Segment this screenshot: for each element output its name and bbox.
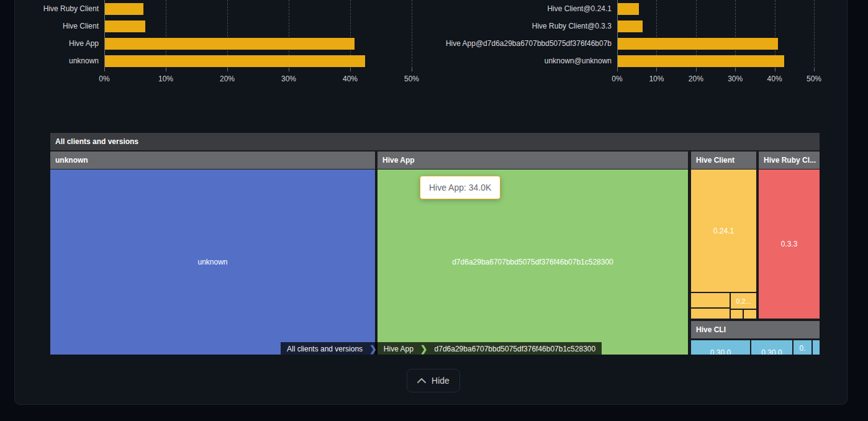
axis-tick xyxy=(412,68,412,71)
x-axis-tick-label: 20% xyxy=(207,75,247,83)
bar[interactable] xyxy=(105,20,145,32)
category-label: Hive Client xyxy=(0,22,99,31)
axis-tick xyxy=(775,68,775,71)
treemap-cell-label: 0.30.0 xyxy=(691,348,750,355)
bar[interactable] xyxy=(618,38,778,50)
treemap-cell-label: unknown xyxy=(197,258,227,266)
category-label: Hive Ruby Client@0.3.3 xyxy=(425,22,612,31)
x-axis-tick-label: 0% xyxy=(84,75,124,83)
axis-tick xyxy=(696,68,697,71)
treemap-cell-label: 0.24.1 xyxy=(713,227,734,235)
treemap-cell-hive-cli-version[interactable] xyxy=(813,340,820,355)
category-label: Hive App xyxy=(0,39,99,48)
treemap-cell-hive-client-0-24-1[interactable]: 0.24.1 xyxy=(691,170,756,292)
axis-tick xyxy=(289,68,289,71)
treemap-cell-label: 0. xyxy=(793,344,811,353)
treemap-cell-label: 0.30.0 xyxy=(751,348,792,355)
x-axis-tick-label: 20% xyxy=(676,75,716,83)
x-axis-tick-label: 30% xyxy=(269,75,309,83)
axis-tick xyxy=(166,68,166,71)
axis-tick xyxy=(735,68,736,71)
axis-tick xyxy=(814,68,815,71)
hide-button[interactable]: Hide xyxy=(407,369,460,392)
x-axis-tick-label: 50% xyxy=(392,75,432,83)
treemap-section-header-hive-ruby-client[interactable]: Hive Ruby Cl... xyxy=(759,152,820,169)
x-axis-tick-label: 10% xyxy=(146,75,186,83)
x-axis-tick-label: 0% xyxy=(597,75,637,83)
treemap-breadcrumb: All clients and versions ❯ Hive App ❯ d7… xyxy=(281,342,602,355)
gridline xyxy=(412,0,412,68)
category-label: unknown xyxy=(0,57,99,66)
bar[interactable] xyxy=(105,38,355,50)
treemap-cell-label: d7d6a29ba6707bbd5075df376f46b07b1c528300 xyxy=(452,258,613,266)
axis-tick xyxy=(656,68,657,71)
treemap-section-header-hive-cli[interactable]: Hive CLI xyxy=(691,321,820,338)
treemap-section-header-unknown[interactable]: unknown xyxy=(50,152,375,169)
bar[interactable] xyxy=(618,55,784,67)
treemap-cell-hive-cli-version[interactable]: 0. xyxy=(793,340,811,355)
x-axis-tick-label: 40% xyxy=(330,75,370,83)
chart-tooltip: Hive App: 34.0K xyxy=(420,176,500,199)
treemap-cell-hive-client-small[interactable] xyxy=(691,309,730,319)
chevron-up-icon xyxy=(417,378,426,383)
treemap-cell-hive-ruby-0-3-3[interactable]: 0.3.3 xyxy=(759,170,820,319)
chevron-right-icon: ❯ xyxy=(420,342,428,355)
treemap-cell-unknown[interactable]: unknown xyxy=(50,170,375,355)
category-label: unknown@unknown xyxy=(425,57,612,66)
treemap-cell-label: 0.3.3 xyxy=(781,240,798,248)
bar[interactable] xyxy=(105,3,143,15)
gridline xyxy=(814,0,815,68)
treemap-cell-hive-client-small[interactable] xyxy=(731,310,743,319)
treemap-section-header-hive-app[interactable]: Hive App xyxy=(377,152,688,169)
breadcrumb-item-hive-app[interactable]: Hive App xyxy=(377,342,420,355)
bar[interactable] xyxy=(618,3,639,15)
category-label: Hive App@d7d6a29ba6707bbd5075df376f46b07… xyxy=(425,39,612,48)
category-label: Hive Client@0.24.1 xyxy=(425,4,612,14)
bar[interactable] xyxy=(618,20,643,32)
chevron-right-icon: ❯ xyxy=(369,342,377,355)
treemap-cell-hive-client-small[interactable] xyxy=(744,310,756,319)
x-axis-tick-label: 50% xyxy=(794,75,834,83)
x-axis-tick-label: 40% xyxy=(755,75,795,83)
x-axis-tick-label: 10% xyxy=(636,75,676,83)
treemap-cell-hive-cli-version[interactable]: 0.30.0 xyxy=(691,340,750,355)
treemap-root-header[interactable]: All clients and versions xyxy=(50,133,820,150)
axis-tick xyxy=(227,68,228,71)
treemap-cell-hive-client-small[interactable]: 0.2... xyxy=(731,293,756,309)
x-axis-tick-label: 30% xyxy=(715,75,755,83)
breadcrumb-item-root[interactable]: All clients and versions xyxy=(281,342,369,355)
breadcrumb-item-version[interactable]: d7d6a29ba6707bbd5075df376f46b07b1c528300 xyxy=(428,342,602,355)
treemap-cell-label: 0.2... xyxy=(736,297,751,305)
hide-button-label: Hide xyxy=(432,376,450,386)
category-label: Hive Ruby Client xyxy=(0,4,99,14)
bar[interactable] xyxy=(105,55,365,67)
treemap-cell-hive-cli-version[interactable]: 0.30.0 xyxy=(751,340,792,355)
treemap-cell-hive-client-small[interactable] xyxy=(691,293,730,307)
treemap-all-clients-and-versions: All clients and versions unknown unknown… xyxy=(50,133,820,355)
axis-tick xyxy=(350,68,351,71)
treemap-section-header-hive-client[interactable]: Hive Client xyxy=(691,152,756,169)
